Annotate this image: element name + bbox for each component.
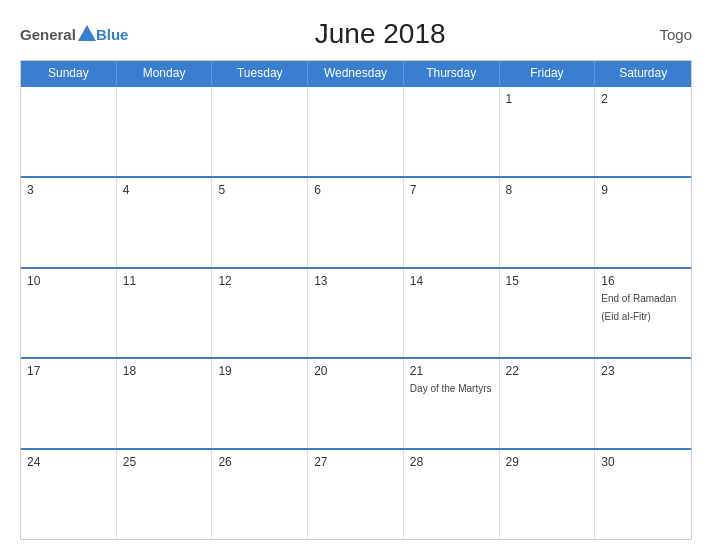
event-label: End of Ramadan (Eid al-Fitr) (601, 293, 676, 322)
calendar-cell: 11 (117, 269, 213, 358)
calendar-cell (404, 87, 500, 176)
day-number: 15 (506, 274, 589, 288)
day-number: 16 (601, 274, 685, 288)
day-number: 18 (123, 364, 206, 378)
calendar-cell: 21Day of the Martyrs (404, 359, 500, 448)
logo: General Blue (20, 25, 128, 43)
calendar-cell: 25 (117, 450, 213, 539)
calendar-cell: 26 (212, 450, 308, 539)
page: General Blue June 2018 Togo SundayMonday… (0, 0, 712, 550)
calendar-row-2: 10111213141516End of Ramadan (Eid al-Fit… (21, 267, 691, 358)
calendar-cell: 13 (308, 269, 404, 358)
header: General Blue June 2018 Togo (20, 18, 692, 50)
calendar-cell: 14 (404, 269, 500, 358)
day-name-friday: Friday (500, 61, 596, 85)
calendar-cell: 12 (212, 269, 308, 358)
calendar-cell: 1 (500, 87, 596, 176)
day-number: 7 (410, 183, 493, 197)
calendar-cell: 8 (500, 178, 596, 267)
calendar-row-0: 12 (21, 85, 691, 176)
calendar-cell: 9 (595, 178, 691, 267)
calendar-cell: 20 (308, 359, 404, 448)
day-number: 1 (506, 92, 589, 106)
day-number: 28 (410, 455, 493, 469)
event-label: Day of the Martyrs (410, 383, 492, 394)
calendar-row-1: 3456789 (21, 176, 691, 267)
calendar-cell: 17 (21, 359, 117, 448)
calendar-cell: 23 (595, 359, 691, 448)
day-number: 24 (27, 455, 110, 469)
calendar-cell: 3 (21, 178, 117, 267)
day-number: 2 (601, 92, 685, 106)
calendar-cell: 27 (308, 450, 404, 539)
calendar: SundayMondayTuesdayWednesdayThursdayFrid… (20, 60, 692, 540)
calendar-header: SundayMondayTuesdayWednesdayThursdayFrid… (21, 61, 691, 85)
day-number: 8 (506, 183, 589, 197)
day-name-thursday: Thursday (404, 61, 500, 85)
calendar-cell (117, 87, 213, 176)
day-number: 3 (27, 183, 110, 197)
day-number: 10 (27, 274, 110, 288)
calendar-cell: 30 (595, 450, 691, 539)
day-number: 25 (123, 455, 206, 469)
day-number: 23 (601, 364, 685, 378)
logo-triangle-icon (78, 25, 96, 41)
calendar-cell: 6 (308, 178, 404, 267)
calendar-row-4: 24252627282930 (21, 448, 691, 539)
calendar-cell: 28 (404, 450, 500, 539)
day-number: 13 (314, 274, 397, 288)
calendar-cell: 19 (212, 359, 308, 448)
day-number: 29 (506, 455, 589, 469)
calendar-cell: 10 (21, 269, 117, 358)
day-number: 21 (410, 364, 493, 378)
calendar-cell: 4 (117, 178, 213, 267)
calendar-cell: 16End of Ramadan (Eid al-Fitr) (595, 269, 691, 358)
calendar-cell: 18 (117, 359, 213, 448)
day-number: 26 (218, 455, 301, 469)
country-label: Togo (632, 26, 692, 43)
day-name-sunday: Sunday (21, 61, 117, 85)
calendar-cell: 7 (404, 178, 500, 267)
day-number: 14 (410, 274, 493, 288)
logo-blue: Blue (96, 26, 129, 43)
day-name-saturday: Saturday (595, 61, 691, 85)
calendar-cell: 2 (595, 87, 691, 176)
calendar-cell: 24 (21, 450, 117, 539)
day-name-tuesday: Tuesday (212, 61, 308, 85)
day-number: 5 (218, 183, 301, 197)
calendar-cell: 5 (212, 178, 308, 267)
day-name-wednesday: Wednesday (308, 61, 404, 85)
day-number: 27 (314, 455, 397, 469)
calendar-cell: 15 (500, 269, 596, 358)
day-number: 6 (314, 183, 397, 197)
day-number: 19 (218, 364, 301, 378)
logo-general: General (20, 26, 76, 43)
day-number: 30 (601, 455, 685, 469)
day-number: 17 (27, 364, 110, 378)
calendar-cell: 22 (500, 359, 596, 448)
calendar-row-3: 1718192021Day of the Martyrs2223 (21, 357, 691, 448)
page-title: June 2018 (128, 18, 632, 50)
day-number: 12 (218, 274, 301, 288)
calendar-cell: 29 (500, 450, 596, 539)
calendar-cell (212, 87, 308, 176)
day-number: 22 (506, 364, 589, 378)
day-number: 20 (314, 364, 397, 378)
day-number: 9 (601, 183, 685, 197)
day-name-monday: Monday (117, 61, 213, 85)
calendar-cell (308, 87, 404, 176)
calendar-cell (21, 87, 117, 176)
day-number: 4 (123, 183, 206, 197)
calendar-body: 12345678910111213141516End of Ramadan (E… (21, 85, 691, 539)
day-number: 11 (123, 274, 206, 288)
